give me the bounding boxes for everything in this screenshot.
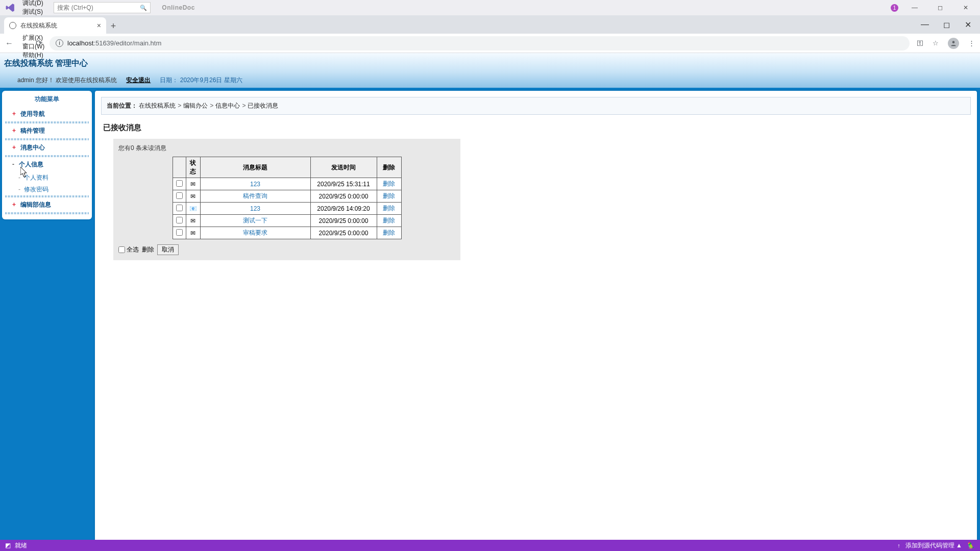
- select-all-label: 全选: [127, 245, 139, 254]
- svg-marker-0: [6, 4, 14, 12]
- vs-menu-item[interactable]: 调试(D): [18, 0, 48, 8]
- table-row: 📧 123 2020/9/26 14:09:20 删除: [173, 203, 401, 215]
- main-panel: 当前位置： 在线投稿系统>编辑办公>信息中心>已接收消息 已接收消息 您有0 条…: [95, 91, 977, 540]
- breadcrumb-separator: >: [176, 102, 183, 109]
- row-delete-link[interactable]: 删除: [383, 217, 395, 224]
- message-title-link[interactable]: 审稿要求: [243, 229, 267, 236]
- table-row: ✉ 审稿要求 2020/9/25 0:00:00 删除: [173, 227, 401, 239]
- browser-close-button[interactable]: ✕: [958, 17, 978, 32]
- message-time: 2020/9/26 14:09:20: [310, 203, 377, 215]
- mail-read-icon: ✉: [190, 193, 195, 200]
- table-row: ✉ 测试一下 2020/9/25 0:00:00 删除: [173, 215, 401, 227]
- password-key-icon[interactable]: ⚿: [917, 39, 923, 47]
- url-path: :51639/editor/main.htm: [93, 39, 161, 47]
- breadcrumb-separator: >: [208, 102, 215, 109]
- select-all-checkbox[interactable]: 全选: [118, 245, 139, 254]
- bulk-cancel-button[interactable]: 取消: [157, 244, 179, 255]
- sidebar-item[interactable]: + 编辑部信息: [2, 197, 92, 212]
- sidebar-item[interactable]: + 消息中心: [2, 140, 92, 155]
- section-heading: 已接收消息: [101, 115, 971, 139]
- sidebar-item-label: 稿件管理: [20, 127, 45, 134]
- row-checkbox[interactable]: [176, 217, 183, 223]
- messages-table: 状态 消息标题 发送时间 删除 ✉ 123 2020/9/25 15:31:11…: [173, 157, 402, 239]
- breadcrumb-part[interactable]: 编辑办公: [183, 102, 208, 109]
- sidebar-subitem[interactable]: - 个人资料: [2, 172, 92, 184]
- browser-minimize-button[interactable]: —: [915, 17, 935, 32]
- message-title-link[interactable]: 123: [250, 205, 260, 212]
- breadcrumb-part[interactable]: 信息中心: [215, 102, 240, 109]
- sidebar-item[interactable]: + 稿件管理: [2, 123, 92, 138]
- breadcrumb-separator: >: [240, 102, 248, 109]
- col-checkbox: [173, 157, 186, 178]
- vs-search-placeholder: 搜索 (Ctrl+Q): [57, 4, 93, 12]
- browser-tabstrip: 在线投稿系统 × + — ◻ ✕: [0, 15, 980, 34]
- row-checkbox[interactable]: [176, 180, 183, 187]
- mail-unread-icon: 📧: [189, 205, 197, 212]
- breadcrumb-part[interactable]: 已接收消息: [248, 102, 278, 109]
- sidebar-subitem-link[interactable]: 个人资料: [24, 174, 48, 181]
- sidebar-subitem[interactable]: - 修改密码: [2, 184, 92, 195]
- address-bar[interactable]: i localhost:51639/editor/main.htm: [50, 36, 910, 51]
- dash-icon: -: [18, 174, 20, 181]
- page-root: 在线投稿系统 管理中心 admin 您好！ 欢迎使用在线投稿系统 安全退出 日期…: [0, 53, 980, 540]
- row-delete-link[interactable]: 删除: [383, 192, 395, 199]
- row-delete-link[interactable]: 删除: [383, 229, 395, 236]
- vs-close-button[interactable]: ✕: [957, 4, 975, 11]
- page-title: 在线投稿系统 管理中心: [4, 58, 976, 73]
- welcome-text: 欢迎使用在线投稿系统: [56, 77, 117, 84]
- row-checkbox[interactable]: [176, 205, 183, 211]
- browser-maximize-button[interactable]: ◻: [936, 17, 957, 32]
- message-title-link[interactable]: 稿件查询: [243, 192, 267, 199]
- date-value: 2020年9月26日 星期六: [180, 77, 242, 84]
- sidebar-item-label: 使用导航: [20, 110, 45, 117]
- profile-avatar-icon[interactable]: [948, 38, 959, 49]
- breadcrumb-part[interactable]: 在线投稿系统: [139, 102, 176, 109]
- bulk-action-row: 全选 删除 取消: [115, 244, 458, 255]
- select-all-input[interactable]: [118, 246, 125, 253]
- bookmark-star-icon[interactable]: ☆: [933, 39, 939, 47]
- date-label: 日期：: [160, 77, 178, 84]
- message-title-link[interactable]: 123: [250, 181, 260, 188]
- message-time: 2020/9/25 0:00:00: [310, 215, 377, 227]
- back-button[interactable]: ←: [5, 39, 13, 48]
- col-delete: 删除: [377, 157, 401, 178]
- dash-icon: -: [18, 186, 20, 193]
- col-time: 发送时间: [310, 157, 377, 178]
- forward-button[interactable]: →: [20, 39, 29, 48]
- page-header: 在线投稿系统 管理中心 admin 您好！ 欢迎使用在线投稿系统 安全退出 日期…: [0, 53, 980, 88]
- col-status: 状态: [186, 157, 200, 178]
- notification-badge[interactable]: 1: [891, 4, 898, 12]
- vs-minimize-button[interactable]: —: [905, 4, 924, 11]
- site-info-icon[interactable]: i: [56, 39, 63, 47]
- sidebar-item-label: 消息中心: [20, 144, 45, 151]
- mail-read-icon: ✉: [190, 230, 195, 237]
- sidebar-subitem-link[interactable]: 修改密码: [24, 186, 48, 193]
- reload-button[interactable]: ⟳: [36, 38, 42, 48]
- plus-icon: +: [12, 110, 16, 117]
- mail-read-icon: ✉: [190, 181, 195, 188]
- message-title-link[interactable]: 测试一下: [243, 217, 267, 224]
- bulk-delete-link[interactable]: 删除: [142, 245, 154, 254]
- breadcrumb-label: 当前位置：: [107, 102, 137, 109]
- row-delete-link[interactable]: 删除: [383, 180, 395, 187]
- vs-maximize-button[interactable]: ◻: [931, 4, 949, 11]
- welcome-row: admin 您好！ 欢迎使用在线投稿系统 安全退出 日期： 2020年9月26日…: [4, 73, 976, 88]
- browser-tab[interactable]: 在线投稿系统 ×: [4, 17, 106, 34]
- breadcrumb: 当前位置： 在线投稿系统>编辑办公>信息中心>已接收消息: [101, 97, 971, 115]
- row-delete-link[interactable]: 删除: [383, 205, 395, 212]
- messages-container: 您有0 条未读消息 状态 消息标题 发送时间 删除 ✉ 123 2020/9/2…: [113, 139, 460, 260]
- vs-search-box[interactable]: 搜索 (Ctrl+Q) 🔍: [54, 2, 151, 13]
- browser-menu-icon[interactable]: ⋮: [968, 39, 975, 47]
- tab-close-icon[interactable]: ×: [97, 21, 101, 30]
- row-checkbox[interactable]: [176, 229, 183, 236]
- new-tab-button[interactable]: +: [106, 21, 120, 34]
- table-row: ✉ 123 2020/9/25 15:31:11 删除: [173, 178, 401, 190]
- sidebar-item[interactable]: - 个人信息: [2, 157, 92, 172]
- row-checkbox[interactable]: [176, 192, 183, 199]
- sidebar-item[interactable]: + 使用导航: [2, 107, 92, 121]
- table-row: ✉ 稿件查询 2020/9/25 0:00:00 删除: [173, 190, 401, 203]
- mail-read-icon: ✉: [190, 217, 195, 224]
- col-title: 消息标题: [200, 157, 310, 178]
- url-host: localhost: [67, 39, 93, 47]
- logout-link[interactable]: 安全退出: [126, 76, 151, 85]
